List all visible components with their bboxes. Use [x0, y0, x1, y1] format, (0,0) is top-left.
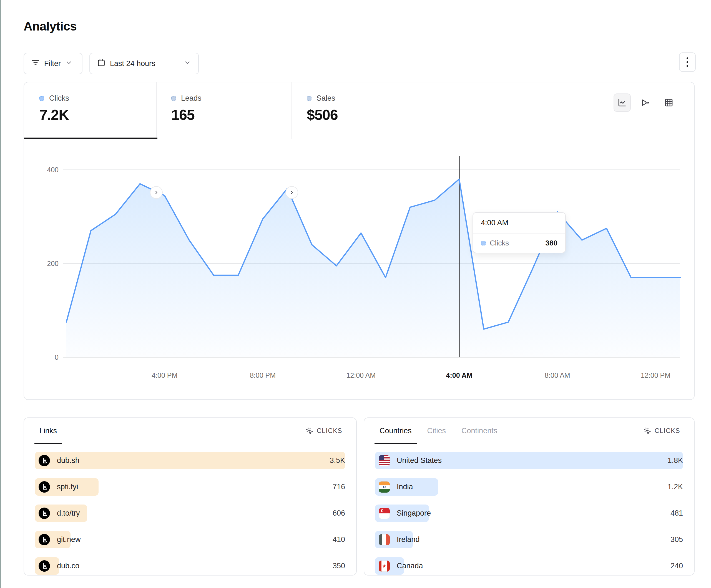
metric-label: CLICKS: [655, 427, 680, 435]
link-row[interactable]: spti.fyi 716: [35, 478, 345, 496]
stat-value: 165: [171, 107, 292, 123]
date-range-button[interactable]: Last 24 hours: [89, 53, 199, 74]
dub-logo-icon: [39, 455, 50, 466]
link-label: dub.sh: [57, 456, 80, 465]
funnel-view-button[interactable]: [637, 93, 654, 112]
chevron-down-icon: [65, 59, 72, 68]
country-value: 1.8K: [667, 452, 683, 469]
svg-text:8:00 AM: 8:00 AM: [545, 371, 570, 379]
stat-divider: [156, 82, 156, 139]
country-label: Canada: [397, 562, 423, 570]
dub-logo-icon: [39, 560, 50, 572]
chevron-right-icon: [153, 190, 159, 195]
stat-label: Leads: [181, 94, 201, 103]
link-value: 350: [332, 557, 345, 575]
tooltip-legend-dot: [481, 241, 486, 246]
countries-metric-header[interactable]: CLICKS: [644, 427, 680, 435]
country-value: 240: [670, 557, 683, 575]
country-row[interactable]: Ireland 305: [375, 531, 683, 548]
links-metric-header[interactable]: CLICKS: [306, 427, 342, 435]
chevron-right-icon: [289, 190, 295, 195]
stat-value: $506: [307, 107, 447, 123]
link-row[interactable]: dub.co 350: [35, 557, 345, 575]
tooltip-value: 380: [545, 239, 558, 247]
clicks-legend-dot: [39, 96, 44, 101]
dub-logo-icon: [39, 507, 50, 519]
link-row[interactable]: dub.sh 3.5K: [35, 452, 345, 469]
links-panel: Links CLICKS dub.sh 3.5K spti.fyi 716: [24, 417, 357, 575]
country-value: 1.2K: [667, 478, 683, 496]
stat-expand-chevron-button[interactable]: [150, 186, 163, 199]
stat-tab-sales[interactable]: Sales $506: [292, 82, 447, 139]
more-options-button[interactable]: [679, 52, 696, 72]
chart-tooltip: 4:00 AM Clicks 380: [473, 212, 566, 253]
stats-row: Clicks 7.2K Leads 165 Sales $506: [24, 82, 694, 139]
chevron-down-icon: [184, 59, 191, 68]
stat-tab-leads[interactable]: Leads 165: [156, 82, 292, 139]
chart-type-switcher: [613, 93, 677, 112]
grid-icon: [664, 98, 673, 107]
tab-links[interactable]: Links: [39, 418, 57, 444]
table-view-button[interactable]: [660, 93, 677, 112]
page-left-accent: [0, 0, 1, 588]
link-row[interactable]: git.new 410: [35, 531, 345, 548]
svg-text:400: 400: [47, 166, 59, 174]
tooltip-time: 4:00 AM: [473, 213, 565, 233]
link-label: spti.fyi: [57, 482, 78, 491]
link-value: 3.5K: [329, 452, 345, 469]
flag-india-icon: [379, 481, 390, 493]
svg-text:0: 0: [55, 353, 59, 361]
svg-text:4:00 AM: 4:00 AM: [446, 371, 473, 379]
svg-text:12:00 AM: 12:00 AM: [346, 371, 375, 379]
stat-divider: [292, 82, 292, 139]
stat-value: 7.2K: [39, 107, 156, 123]
link-label: dub.co: [57, 562, 80, 570]
tab-countries[interactable]: Countries: [380, 418, 412, 444]
cursor-click-icon: [306, 427, 314, 435]
link-value: 606: [332, 504, 345, 522]
stat-label: Sales: [317, 94, 336, 103]
flag-canada-icon: [379, 561, 390, 572]
links-panel-header: Links CLICKS: [24, 418, 356, 444]
kebab-dot: [687, 61, 688, 63]
country-row[interactable]: United States 1.8K: [375, 452, 683, 469]
cursor-click-icon: [644, 427, 651, 435]
stat-expand-chevron-button[interactable]: [285, 186, 298, 199]
country-label: United States: [397, 456, 442, 465]
filter-button[interactable]: Filter: [24, 53, 83, 74]
country-row[interactable]: India 1.2K: [375, 478, 683, 496]
country-value: 305: [670, 531, 683, 548]
filter-button-label: Filter: [44, 59, 61, 68]
funnel-icon: [641, 98, 650, 107]
country-label: India: [397, 482, 413, 491]
line-chart-view-button[interactable]: [613, 93, 631, 112]
link-value: 716: [332, 478, 345, 496]
active-tab-underline: [24, 138, 157, 139]
link-value: 410: [332, 531, 345, 548]
country-row[interactable]: Singapore 481: [375, 504, 683, 522]
metric-label: CLICKS: [317, 427, 342, 435]
stat-label: Clicks: [49, 94, 69, 103]
kebab-dot: [687, 58, 688, 59]
tab-cities[interactable]: Cities: [427, 418, 446, 444]
stat-tab-clicks[interactable]: Clicks 7.2K: [24, 82, 156, 139]
dub-logo-icon: [39, 534, 50, 545]
countries-panel-header: Countries Cities Continents CLICKS: [364, 418, 694, 444]
country-value: 481: [670, 504, 683, 522]
tab-continents[interactable]: Continents: [461, 418, 497, 444]
kebab-dot: [687, 65, 688, 67]
country-row[interactable]: Canada 240: [375, 557, 683, 575]
flag-us-icon: [379, 455, 390, 466]
link-label: git.new: [57, 535, 81, 544]
flag-singapore-icon: [379, 508, 390, 519]
link-row[interactable]: d.to/try 606: [35, 504, 345, 522]
dub-logo-icon: [39, 481, 50, 493]
leads-legend-dot: [171, 96, 176, 101]
page-title: Analytics: [24, 19, 77, 33]
clicks-timeseries-chart[interactable]: 40020004:00 PM8:00 PM12:00 AM4:00 AM8:00…: [24, 145, 695, 389]
analytics-page: Analytics Filter Last 24 hours Clicks 7.…: [0, 0, 711, 588]
tooltip-series-label: Clicks: [490, 239, 509, 247]
analytics-card: Clicks 7.2K Leads 165 Sales $506: [24, 82, 695, 400]
countries-panel: Countries Cities Continents CLICKS Unite…: [364, 417, 695, 575]
flag-ireland-icon: [379, 534, 390, 545]
